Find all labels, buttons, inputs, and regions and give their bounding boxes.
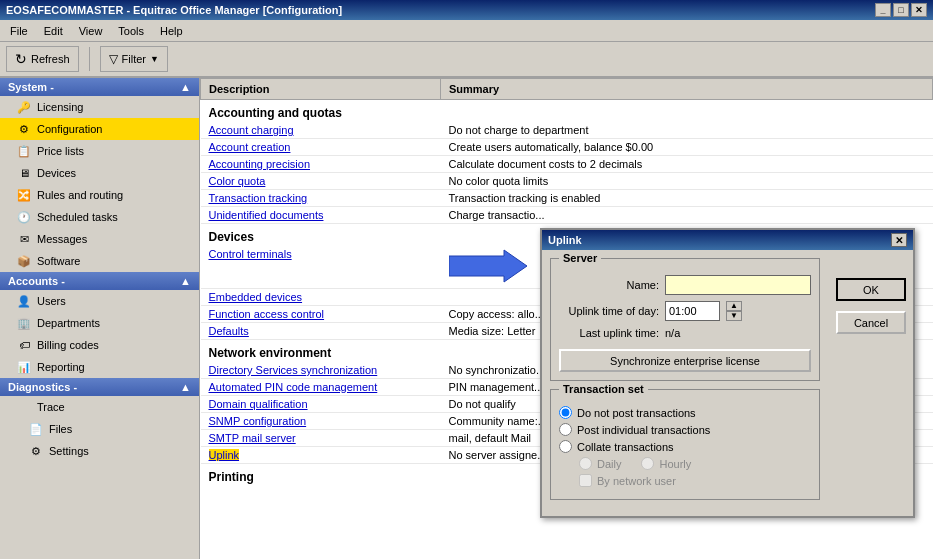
filter-button[interactable]: ▽ Filter ▼ (100, 46, 168, 72)
sync-enterprise-button[interactable]: Synchronize enterprise license (559, 349, 811, 372)
menu-tools[interactable]: Tools (112, 23, 150, 39)
link-accounting-precision[interactable]: Accounting precision (209, 158, 311, 170)
toolbar-separator (89, 47, 90, 71)
sidebar-item-settings[interactable]: ⚙ Settings (0, 440, 199, 462)
link-domain-qual[interactable]: Domain qualification (209, 398, 308, 410)
server-group-label: Server (559, 252, 601, 264)
app-title: EOSAFECOMMASTER - Equitrac Office Manage… (6, 4, 342, 16)
option-hourly: Hourly (641, 457, 691, 470)
link-transaction-tracking[interactable]: Transaction tracking (209, 192, 308, 204)
cancel-button[interactable]: Cancel (836, 311, 906, 334)
radio-daily[interactable] (579, 457, 592, 470)
sidebar-item-trace[interactable]: Trace (0, 396, 199, 418)
refresh-icon: ↻ (15, 51, 27, 67)
link-account-creation[interactable]: Account creation (209, 141, 291, 153)
maximize-button[interactable]: □ (893, 3, 909, 17)
summary-color-quota: No color quota limits (441, 173, 933, 190)
sidebar-item-rulesrouting-label: Rules and routing (37, 189, 123, 201)
summary-accounting-precision: Calculate document costs to 2 decimals (441, 156, 933, 173)
sidebar-item-licensing[interactable]: 🔑 Licensing (0, 96, 199, 118)
dialog-buttons: OK Cancel (836, 278, 906, 508)
collate-options: Daily Hourly (559, 457, 811, 474)
uplink-time-input[interactable] (665, 301, 720, 321)
menu-file[interactable]: File (4, 23, 34, 39)
minimize-button[interactable]: _ (875, 3, 891, 17)
dialog-title-bar: Uplink ✕ (542, 230, 913, 250)
option-post-individual: Post individual transactions (559, 423, 811, 436)
link-control-terminals[interactable]: Control terminals (209, 248, 292, 260)
sidebar-item-reporting[interactable]: 📊 Reporting (0, 356, 199, 378)
ok-button[interactable]: OK (836, 278, 906, 301)
sidebar-item-devices[interactable]: 🖥 Devices (0, 162, 199, 184)
label-daily: Daily (597, 458, 621, 470)
col-description: Description (201, 79, 441, 100)
sidebar-item-pricelists[interactable]: 📋 Price lists (0, 140, 199, 162)
title-bar: EOSAFECOMMASTER - Equitrac Office Manage… (0, 0, 933, 20)
sidebar-item-settings-label: Settings (49, 445, 89, 457)
label-do-not-post: Do not post transactions (577, 407, 696, 419)
label-post-individual: Post individual transactions (577, 424, 710, 436)
link-function-access[interactable]: Function access control (209, 308, 325, 320)
sidebar-item-configuration[interactable]: ⚙ Configuration (0, 118, 199, 140)
sidebar-item-devices-label: Devices (37, 167, 76, 179)
link-pin-management[interactable]: Automated PIN code management (209, 381, 378, 393)
sidebar-section-system[interactable]: System - ▲ (0, 78, 199, 96)
link-embedded-devices[interactable]: Embedded devices (209, 291, 303, 303)
sidebar-item-scheduledtasks[interactable]: 🕐 Scheduled tasks (0, 206, 199, 228)
sidebar-item-files-label: Files (49, 423, 72, 435)
gear2-icon: ⚙ (28, 443, 44, 459)
sidebar-item-scheduledtasks-label: Scheduled tasks (37, 211, 118, 223)
sidebar-item-rulesrouting[interactable]: 🔀 Rules and routing (0, 184, 199, 206)
sidebar-section-diagnostics-icon: ▲ (180, 381, 191, 393)
menu-help[interactable]: Help (154, 23, 189, 39)
filter-label: Filter (122, 53, 146, 65)
radio-collate[interactable] (559, 440, 572, 453)
server-name-input[interactable] (665, 275, 811, 295)
filter-icon: ▽ (109, 52, 118, 66)
menu-edit[interactable]: Edit (38, 23, 69, 39)
transaction-group: Transaction set Do not post transactions… (550, 389, 820, 500)
refresh-button[interactable]: ↻ Refresh (6, 46, 79, 72)
checkbox-by-network-user[interactable] (579, 474, 592, 487)
radio-hourly[interactable] (641, 457, 654, 470)
link-snmp[interactable]: SNMP configuration (209, 415, 307, 427)
time-spinner[interactable]: ▲ ▼ (726, 301, 742, 321)
link-dir-services[interactable]: Directory Services synchronization (209, 364, 378, 376)
table-row: Color quota No color quota limits (201, 173, 933, 190)
trace-icon (16, 399, 32, 415)
link-unidentified-docs[interactable]: Unidentified documents (209, 209, 324, 221)
option-daily: Daily (579, 457, 621, 470)
table-row: Account charging Do not charge to depart… (201, 122, 933, 139)
table-row: Account creation Create users automatica… (201, 139, 933, 156)
sidebar-item-users-label: Users (37, 295, 66, 307)
close-button[interactable]: ✕ (911, 3, 927, 17)
sidebar-section-accounts-label: Accounts - (8, 275, 65, 287)
link-uplink[interactable]: Uplink (209, 449, 240, 461)
link-defaults[interactable]: Defaults (209, 325, 249, 337)
link-smtp[interactable]: SMTP mail server (209, 432, 296, 444)
sidebar-section-diagnostics-label: Diagnostics - (8, 381, 77, 393)
link-color-quota[interactable]: Color quota (209, 175, 266, 187)
summary-unidentified-docs: Charge transactio... (441, 207, 933, 224)
blue-arrow-icon (449, 248, 529, 284)
radio-post-individual[interactable] (559, 423, 572, 436)
sidebar-item-billingcodes[interactable]: 🏷 Billing codes (0, 334, 199, 356)
dialog-body: Server Name: Uplink time of day: ▲ (542, 250, 913, 516)
link-account-charging[interactable]: Account charging (209, 124, 294, 136)
sidebar-section-diagnostics[interactable]: Diagnostics - ▲ (0, 378, 199, 396)
sidebar-section-accounts[interactable]: Accounts - ▲ (0, 272, 199, 290)
sidebar-item-software[interactable]: 📦 Software (0, 250, 199, 272)
sidebar-item-departments[interactable]: 🏢 Departments (0, 312, 199, 334)
table-row: Accounting precision Calculate document … (201, 156, 933, 173)
svg-marker-1 (449, 250, 527, 282)
radio-do-not-post[interactable] (559, 406, 572, 419)
spinner-up[interactable]: ▲ (726, 301, 742, 311)
uplink-dialog: Uplink ✕ Server Name: (540, 228, 915, 518)
menu-view[interactable]: View (73, 23, 109, 39)
sidebar-item-users[interactable]: 👤 Users (0, 290, 199, 312)
spinner-down[interactable]: ▼ (726, 311, 742, 321)
sidebar-item-files[interactable]: 📄 Files (0, 418, 199, 440)
dialog-close-button[interactable]: ✕ (891, 233, 907, 247)
summary-account-charging: Do not charge to department (441, 122, 933, 139)
sidebar-item-messages[interactable]: ✉ Messages (0, 228, 199, 250)
